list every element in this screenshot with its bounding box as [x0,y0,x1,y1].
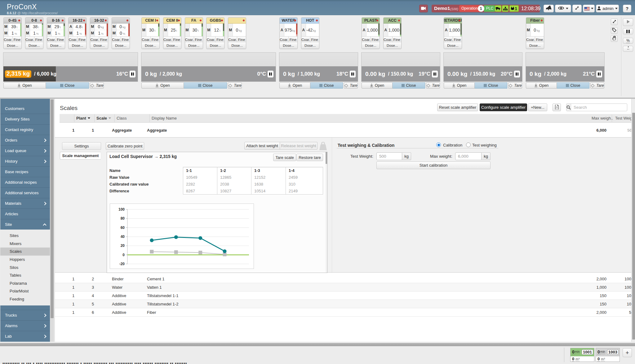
sidebar-item-materials[interactable]: Materials [0,198,50,208]
column-header-display-name[interactable]: Display Name [152,116,177,121]
sidebar-item-additional-services[interactable]: Additional services [0,187,50,198]
mode-toggle-button[interactable]: M [47,24,52,30]
coarse-button[interactable]: Coar. [47,37,56,42]
close-button[interactable]: Close [184,82,227,89]
dose-button[interactable]: Dose... [25,42,43,49]
tare-button[interactable]: Tare [508,82,522,89]
close-button[interactable]: Close [310,82,343,89]
view-menu-button[interactable] [555,5,571,12]
tare-button[interactable]: Tare [228,82,242,89]
release-test-weight-button[interactable]: Release test weight [280,142,318,150]
tab-scale-management[interactable]: Scale management [60,152,101,160]
sidebar-item-orders[interactable]: Orders [0,135,50,145]
start-button[interactable] [623,18,633,26]
coarse-button[interactable]: Coar. [112,37,121,42]
coarse-button[interactable]: Coar. [163,37,172,42]
fine-button[interactable]: Fine [535,37,544,42]
sidebar-subitem-scales[interactable]: Scales [0,248,50,256]
mode-toggle-button[interactable]: M [163,24,168,36]
start-calibration-button[interactable]: Start calibration [376,161,491,169]
scrollbar-thumb[interactable] [326,152,327,164]
table-row[interactable]: 16AdditiveFiber2,0005 [55,308,632,317]
mode-toggle-button[interactable]: M [4,24,8,30]
sidebar-item-lab[interactable]: Lab [0,331,50,341]
column-header-max-weight[interactable]: Max weigh.. [592,116,613,121]
new-button[interactable]: +New... [528,103,547,111]
more-button[interactable] [623,46,633,52]
scale-pause-button[interactable] [350,71,356,77]
coarse-button[interactable]: Coar. [185,37,194,42]
reset-scale-amplifier-button[interactable]: Reset scale amplifier [437,103,478,111]
sidebar-subitem-tables[interactable]: Tables [0,271,50,279]
radio-calibration-label[interactable]: Calibration [443,143,462,147]
open-button[interactable]: Open [3,82,46,89]
coarse-button[interactable]: Coar. [90,37,99,42]
dose-button[interactable]: Dose... [185,42,203,49]
scrollbar-thumb[interactable] [632,113,635,340]
dose-button[interactable]: Dose... [444,42,462,49]
fine-button[interactable]: Fine [237,37,246,42]
tab-settings[interactable]: Settings [62,142,101,150]
fine-button[interactable]: Fine [34,37,43,42]
mode-toggle-button[interactable]: M [90,24,95,30]
table-row[interactable]: 14AdditiveTillstatsmedel 1-115010 [55,292,632,300]
order-widget-1003[interactable]: 0min10030m³ [596,348,620,362]
language-button[interactable] [583,5,595,12]
percent-button[interactable]: % [623,38,633,44]
tare-button[interactable]: Tare [344,82,358,89]
dose-button[interactable]: Dose... [47,42,65,49]
dose-button[interactable]: Dose... [362,42,380,49]
sidebar-item-additional-recipes[interactable]: Additional recipes [0,177,50,187]
open-button[interactable]: Open [526,82,557,89]
sidebar-item-load-queue[interactable]: Load queue [0,145,50,156]
restore-tare-button[interactable]: Restore tare [296,154,323,161]
plant-status-bar[interactable]: Demo1 (SIM) Operation 1 PLC 1 12:08:39 [432,5,540,12]
coarse-button[interactable]: Coar. [444,37,453,42]
mode-toggle-button[interactable]: M [228,24,233,36]
calibrate-zero-point-button[interactable]: Calibrate zero point [106,142,144,150]
user-menu-button[interactable]: admin [596,5,619,12]
mode-toggle-button[interactable]: M [4,30,8,36]
coarse-button[interactable]: Coar. [4,37,13,42]
radio-calibration[interactable] [436,143,441,147]
mode-toggle-button[interactable]: M [206,24,211,36]
help-button[interactable]: ? [623,5,631,12]
scale-pause-button[interactable] [268,71,273,77]
panel-scrollbar[interactable] [326,152,327,273]
coarse-button[interactable]: Coar. [69,37,78,42]
coarse-button[interactable]: Coar. [142,37,151,42]
order-widget-1001[interactable]: 0min10010m³ [570,348,594,362]
dose-button[interactable]: Dose... [112,42,130,49]
main-scrollbar[interactable] [631,99,635,342]
sidebar-item-contact-registry[interactable]: Contact registry [0,124,50,135]
fine-button[interactable]: Fine [310,37,319,42]
scrollbar-thumb[interactable] [51,99,54,318]
open-button[interactable]: Open [141,82,184,89]
mode-toggle-button[interactable]: A [301,24,306,36]
mode-toggle-button[interactable]: A [384,24,388,36]
dose-button[interactable]: Dose... [90,42,108,49]
sidebar-scrollbar[interactable] [50,99,54,342]
mode-toggle-button[interactable]: M [526,24,531,36]
mode-toggle-button[interactable]: A [69,24,73,30]
mode-toggle-button[interactable]: A [280,24,284,36]
fine-button[interactable]: Fine [172,37,181,42]
fine-button[interactable]: Fine [393,37,401,42]
mode-toggle-button[interactable]: M [142,24,146,36]
fine-button[interactable]: Fine [56,37,65,42]
fine-button[interactable]: Fine [453,37,462,42]
manual-mode-button[interactable] [611,35,618,42]
dose-button[interactable]: Dose... [4,42,21,49]
truck-status-icon[interactable] [495,5,501,12]
scale-pause-button[interactable] [130,71,135,77]
add-order-button[interactable]: + [623,348,632,357]
horizontal-scrollbar[interactable] [0,343,635,346]
mode-toggle-button[interactable]: M [90,30,95,36]
mode-toggle-button[interactable]: A [444,24,449,36]
fine-button[interactable]: Fine [13,37,21,42]
sidebar-item-customers[interactable]: Customers [0,103,50,114]
open-button[interactable]: Open [444,82,475,89]
dose-button[interactable]: Dose... [69,42,86,49]
scale-pause-button[interactable] [432,71,438,77]
sidebar-subitem-mixers[interactable]: Mixers [0,240,50,248]
